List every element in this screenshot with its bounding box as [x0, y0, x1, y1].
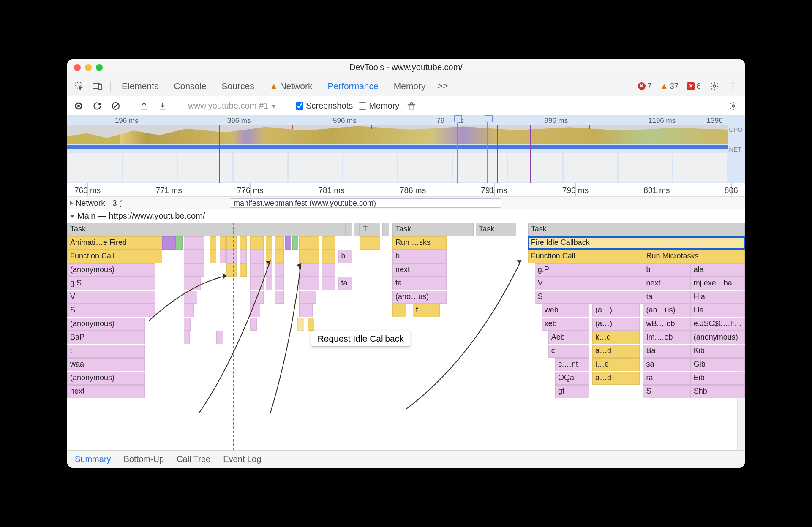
flame-entry[interactable] [322, 264, 335, 277]
flame-entry[interactable] [266, 277, 272, 290]
flame-entry[interactable] [250, 277, 264, 290]
flame-entry[interactable] [392, 304, 406, 317]
flame-entry[interactable]: Animati…e Fired [67, 236, 162, 250]
tab-performance[interactable]: Performance [322, 81, 384, 91]
flame-entry[interactable]: Run Microtasks [643, 250, 745, 263]
flame-entry[interactable]: b [392, 250, 447, 263]
screenshots-checkbox[interactable]: Screenshots [296, 101, 353, 111]
flame-entry[interactable]: xeb [542, 318, 589, 331]
flame-entry[interactable]: S [643, 385, 690, 398]
expand-icon[interactable] [70, 201, 73, 206]
flame-entry[interactable]: ta [643, 291, 690, 304]
trace-selector[interactable]: www.youtube.com #1▼ [185, 101, 280, 111]
flame-entry[interactable] [226, 264, 237, 277]
flame-chart[interactable]: Request Idle Callback TaskT…TaskTaskTask… [67, 223, 745, 450]
flame-entry[interactable] [275, 264, 284, 277]
flame-entry[interactable] [162, 236, 176, 250]
flame-entry[interactable] [184, 331, 190, 344]
warning-count[interactable]: ▲37 [657, 81, 681, 91]
flame-entry[interactable]: b [338, 250, 352, 263]
main-track-header[interactable]: Main — https://www.youtube.com/ [67, 209, 745, 223]
flame-entry[interactable] [299, 236, 319, 250]
flame-entry[interactable]: Fire Idle Callback [528, 236, 745, 250]
flame-entry[interactable]: OQa [555, 372, 589, 385]
flame-entry[interactable]: a…d [592, 345, 640, 358]
flame-entry[interactable]: (anonymous) [67, 264, 155, 277]
flame-entry[interactable] [226, 250, 237, 263]
flame-entry[interactable]: f… [413, 304, 440, 317]
flame-entry[interactable]: (anonymous) [67, 318, 145, 331]
flame-entry[interactable] [220, 250, 226, 263]
flame-entry[interactable] [240, 236, 247, 250]
tab-summary[interactable]: Summary [75, 454, 111, 464]
flame-entry[interactable]: t [67, 345, 145, 358]
flame-entry[interactable]: (a…) [592, 304, 640, 317]
flame-entry[interactable] [184, 277, 201, 290]
flame-entry[interactable] [299, 277, 319, 290]
flame-entry[interactable]: T… [360, 223, 380, 236]
flame-entry[interactable]: Ba [643, 345, 690, 358]
flame-entry[interactable]: sa [643, 358, 690, 371]
flame-entry[interactable] [216, 331, 223, 344]
flame-entry[interactable]: V [67, 291, 155, 304]
download-icon[interactable] [156, 100, 169, 112]
collect-garbage-icon[interactable] [405, 100, 418, 112]
flame-entry[interactable] [184, 236, 204, 250]
flame-entry[interactable] [220, 236, 226, 250]
flame-entry[interactable]: (a…) [592, 318, 640, 331]
flame-entry[interactable] [322, 250, 335, 263]
flame-entry[interactable]: Lla [691, 304, 745, 317]
flame-entry[interactable]: wB.…ob [643, 318, 690, 331]
flame-entry[interactable]: Im.…ob [643, 331, 690, 344]
flame-entry[interactable] [240, 250, 247, 263]
flame-entry[interactable]: c.…nt [555, 358, 589, 371]
tab-event-log[interactable]: Event Log [223, 454, 261, 464]
flame-entry[interactable] [240, 264, 247, 277]
flame-entry[interactable] [184, 318, 191, 331]
flame-entry[interactable] [250, 304, 260, 317]
flame-entry[interactable]: V [535, 277, 643, 290]
flame-entry[interactable]: Function Call [528, 250, 643, 263]
flame-entry[interactable]: ta [392, 277, 447, 290]
tab-call-tree[interactable]: Call Tree [177, 454, 210, 464]
issue-count[interactable]: ✕8 [684, 81, 703, 91]
record-button[interactable] [72, 100, 85, 112]
flame-entry[interactable]: Eib [691, 372, 745, 385]
flame-entry[interactable]: b [643, 264, 690, 277]
flame-entry[interactable]: Task [528, 223, 745, 236]
flame-entry[interactable]: Run …sks [392, 236, 447, 250]
flame-entry[interactable]: mj.exe…backs_ [691, 277, 745, 290]
flame-entry[interactable] [354, 223, 360, 236]
flame-entry[interactable]: (anonymous) [67, 372, 145, 385]
flame-entry[interactable]: ala [691, 264, 745, 277]
overview-handle-left[interactable] [457, 116, 458, 183]
flame-entry[interactable]: k…d [592, 331, 640, 344]
flame-entry[interactable] [285, 236, 291, 250]
network-request[interactable]: manifest.webmanifest (www.youtube.com) [230, 198, 501, 208]
flame-entry[interactable] [275, 250, 284, 263]
flame-entry[interactable]: Task [476, 223, 516, 236]
flame-entry[interactable]: (an…us) [643, 304, 690, 317]
flame-entry[interactable]: BaP [67, 331, 145, 344]
flame-entry[interactable]: a…d [592, 372, 640, 385]
flame-entry[interactable]: ta [338, 277, 352, 290]
flame-entry[interactable]: Hla [691, 291, 745, 304]
flame-entry[interactable] [184, 250, 204, 263]
flame-entry[interactable] [322, 277, 335, 290]
flame-entry[interactable] [299, 291, 316, 304]
flame-entry[interactable]: Shb [691, 385, 745, 398]
flame-entry[interactable]: web [542, 304, 589, 317]
flame-entry[interactable]: next [67, 385, 145, 398]
flame-entry[interactable]: (ano…us) [392, 291, 447, 304]
collapse-icon[interactable] [70, 215, 75, 218]
flame-entry[interactable]: waa [67, 358, 145, 371]
flame-entry[interactable] [299, 250, 319, 263]
flame-entry[interactable] [184, 304, 194, 317]
tab-elements[interactable]: Elements [116, 81, 165, 91]
tab-bottom-up[interactable]: Bottom-Up [124, 454, 164, 464]
reload-button[interactable] [91, 100, 104, 112]
flame-entry[interactable] [275, 291, 284, 304]
flame-entry[interactable]: S [535, 291, 643, 304]
flame-entry[interactable]: Function Call [67, 250, 162, 263]
flame-entry[interactable] [250, 291, 264, 304]
